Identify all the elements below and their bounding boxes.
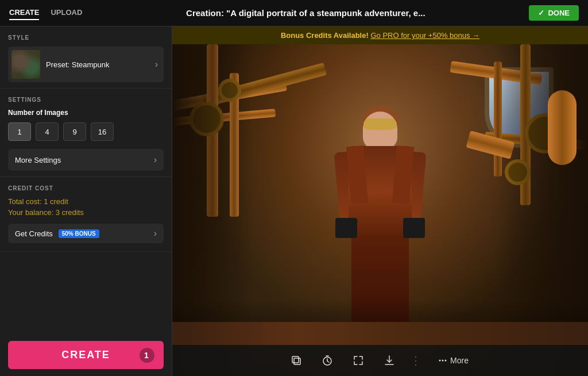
bonus-banner-bold: Bonus Credits Available! — [281, 31, 369, 40]
style-thumbnail — [11, 50, 40, 79]
more-settings-label: More Settings — [15, 156, 61, 164]
done-button[interactable]: DONE — [529, 5, 579, 21]
settings-section-label: SETTINGS — [8, 97, 164, 103]
create-button[interactable]: CREATE 1 — [8, 341, 164, 369]
get-credits-chevron-icon: › — [154, 228, 157, 239]
download-icon — [384, 355, 395, 366]
timer-button[interactable] — [317, 350, 338, 371]
expand-button[interactable] — [348, 350, 369, 371]
copy-icon — [291, 355, 302, 366]
num-btn-16[interactable]: 16 — [91, 122, 114, 141]
num-images-buttons: 1 4 9 16 — [8, 122, 164, 141]
more-dots-icon — [438, 355, 448, 366]
style-section-label: STYLE — [8, 34, 164, 41]
char-head — [363, 112, 397, 149]
tab-create[interactable]: CREATE — [9, 6, 39, 20]
tab-upload[interactable]: UPLOAD — [51, 6, 82, 20]
char-goggles — [363, 118, 397, 130]
expand-icon — [353, 355, 364, 366]
header: CREATE UPLOAD Creation: "A digital portr… — [0, 0, 588, 26]
nav-tabs: CREATE UPLOAD — [9, 6, 82, 20]
more-label: More — [450, 356, 469, 365]
create-count-badge: 1 — [140, 348, 154, 363]
num-btn-4[interactable]: 4 — [36, 122, 59, 141]
style-preset-name: Preset: Steampunk — [46, 60, 110, 69]
more-settings-chevron-icon: › — [154, 155, 157, 165]
char-glove-left — [335, 218, 357, 238]
create-button-area: CREATE 1 — [0, 334, 172, 376]
num-images-label: Number of Images — [8, 109, 164, 117]
svg-point-10 — [445, 360, 447, 362]
bonus-badge: 50% BONUS — [59, 229, 99, 238]
credit-cost-section: CREDIT COST Total cost: 1 credit Your ba… — [0, 177, 172, 252]
style-preset-left: Preset: Steampunk — [11, 50, 110, 79]
settings-section: SETTINGS Number of Images 1 4 9 16 More … — [0, 89, 172, 177]
num-btn-9[interactable]: 9 — [63, 122, 86, 141]
style-section: STYLE Preset: Steampunk › — [0, 26, 172, 89]
get-credits-left: Get Credits 50% BONUS — [15, 229, 99, 238]
get-credits-row[interactable]: Get Credits 50% BONUS › — [8, 224, 164, 243]
sidebar: STYLE Preset: Steampunk › SETTINGS Numbe… — [0, 26, 172, 376]
credit-cost-title: CREDIT COST — [8, 185, 164, 191]
more-button[interactable]: More — [432, 352, 474, 369]
copy-button[interactable] — [286, 350, 307, 371]
bonus-banner-link[interactable]: Go PRO for your +50% bonus → — [370, 31, 479, 40]
main-layout: STYLE Preset: Steampunk › SETTINGS Numbe… — [0, 26, 588, 376]
timer-icon — [322, 355, 333, 366]
svg-point-8 — [439, 360, 441, 362]
image-container: ⋮ More — [172, 44, 588, 376]
credit-balance: Your balance: 3 credits — [8, 208, 164, 217]
chevron-right-icon: › — [155, 59, 158, 70]
credit-total: Total cost: 1 credit — [8, 197, 164, 206]
page-title: Creation: "A digital portrait of a steam… — [82, 8, 529, 18]
generated-image — [172, 44, 588, 376]
get-credits-label: Get Credits — [15, 229, 53, 238]
image-toolbar: ⋮ More — [172, 345, 588, 376]
workbench — [172, 322, 588, 345]
num-btn-1[interactable]: 1 — [8, 122, 31, 141]
style-preset-selector[interactable]: Preset: Steampunk › — [8, 47, 164, 82]
svg-rect-1 — [292, 356, 299, 363]
more-settings-row[interactable]: More Settings › — [8, 149, 164, 171]
content-area: Bonus Credits Available! Go PRO for your… — [172, 26, 588, 376]
svg-point-9 — [442, 360, 444, 362]
char-glove-right — [403, 218, 425, 238]
right-cylinder — [548, 90, 577, 165]
download-button[interactable] — [379, 350, 400, 371]
bonus-banner: Bonus Credits Available! Go PRO for your… — [172, 26, 588, 44]
svg-line-4 — [327, 361, 329, 362]
create-button-label: CREATE — [61, 349, 110, 361]
toolbar-separator: ⋮ — [410, 354, 421, 367]
